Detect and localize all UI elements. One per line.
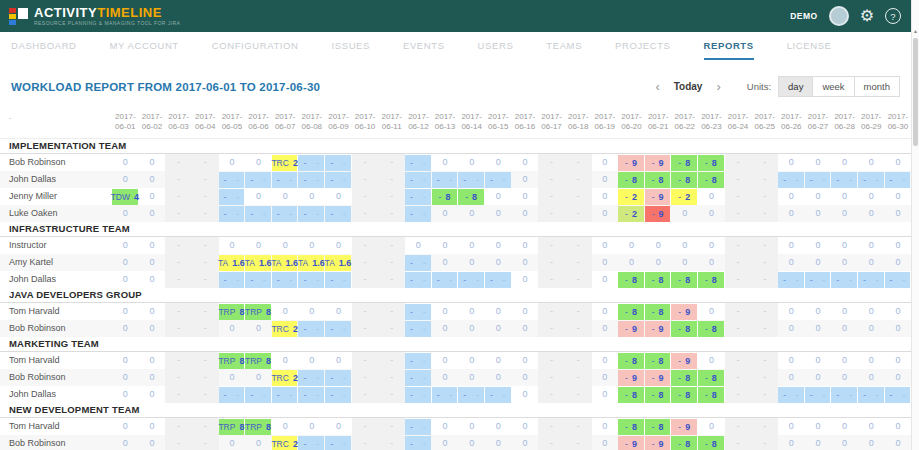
- member-name[interactable]: John Dallas: [9, 274, 56, 284]
- workload-cell[interactable]: 0: [831, 303, 858, 320]
- workload-cell[interactable]: 0: [458, 154, 485, 171]
- workload-cell[interactable]: 0: [858, 188, 885, 205]
- workload-cell[interactable]: --: [325, 369, 352, 386]
- workload-cell[interactable]: 0: [885, 188, 912, 205]
- workload-cell[interactable]: -: [378, 303, 405, 320]
- workload-cell[interactable]: -8: [698, 386, 725, 403]
- workload-cell[interactable]: 0: [698, 237, 725, 254]
- workload-cell[interactable]: --: [245, 271, 272, 288]
- workload-cell[interactable]: --: [858, 171, 885, 188]
- workload-cell[interactable]: -: [165, 369, 192, 386]
- workload-cell[interactable]: 0: [512, 154, 539, 171]
- workload-cell[interactable]: -: [192, 303, 219, 320]
- workload-cell[interactable]: -8: [645, 171, 672, 188]
- workload-cell[interactable]: 0: [432, 254, 459, 271]
- workload-cell[interactable]: 0: [618, 237, 645, 254]
- workload-cell[interactable]: -: [352, 271, 379, 288]
- workload-cell[interactable]: -9: [618, 435, 645, 450]
- workload-cell[interactable]: 0: [592, 271, 619, 288]
- workload-cell[interactable]: TA1.6: [245, 254, 272, 271]
- workload-cell[interactable]: 0: [432, 418, 459, 435]
- workload-cell[interactable]: --: [778, 386, 805, 403]
- app-logo[interactable]: ACTIVITYTIMELINE RESOURCE PLANNING & MAN…: [9, 6, 180, 26]
- workload-cell[interactable]: 0: [458, 303, 485, 320]
- workload-cell[interactable]: 0: [325, 303, 352, 320]
- workload-cell[interactable]: -: [725, 154, 752, 171]
- workload-cell[interactable]: -: [192, 418, 219, 435]
- workload-cell[interactable]: -: [565, 237, 592, 254]
- workload-cell[interactable]: -: [725, 205, 752, 222]
- workload-cell[interactable]: --: [405, 320, 432, 337]
- workload-cell[interactable]: 0: [139, 386, 166, 403]
- workload-cell[interactable]: --: [272, 205, 299, 222]
- unit-button-day[interactable]: day: [778, 76, 813, 97]
- workload-cell[interactable]: TRP8: [219, 418, 246, 435]
- workload-cell[interactable]: 0: [512, 303, 539, 320]
- workload-cell[interactable]: -9: [645, 188, 672, 205]
- workload-cell[interactable]: -: [751, 237, 778, 254]
- member-name[interactable]: Tom Harvald: [9, 306, 60, 316]
- workload-cell[interactable]: 0: [805, 254, 832, 271]
- workload-cell[interactable]: 0: [139, 303, 166, 320]
- workload-cell[interactable]: -: [378, 254, 405, 271]
- workload-cell[interactable]: 0: [245, 154, 272, 171]
- workload-cell[interactable]: 0: [858, 154, 885, 171]
- workload-cell[interactable]: 0: [858, 237, 885, 254]
- workload-cell[interactable]: 0: [805, 154, 832, 171]
- workload-cell[interactable]: 0: [858, 205, 885, 222]
- gear-icon[interactable]: ⚙: [860, 8, 874, 24]
- workload-cell[interactable]: --: [219, 271, 246, 288]
- help-icon[interactable]: ?: [885, 8, 901, 24]
- workload-cell[interactable]: -: [192, 320, 219, 337]
- workload-cell[interactable]: 0: [432, 352, 459, 369]
- workload-cell[interactable]: 0: [778, 320, 805, 337]
- workload-cell[interactable]: --: [485, 271, 512, 288]
- workload-cell[interactable]: --: [405, 352, 432, 369]
- workload-cell[interactable]: -: [192, 369, 219, 386]
- workload-cell[interactable]: 0: [485, 418, 512, 435]
- workload-cell[interactable]: -8: [698, 435, 725, 450]
- workload-cell[interactable]: 0: [245, 237, 272, 254]
- workload-cell[interactable]: 0: [671, 205, 698, 222]
- workload-cell[interactable]: 0: [245, 369, 272, 386]
- workload-cell[interactable]: -: [538, 237, 565, 254]
- workload-cell[interactable]: 0: [805, 205, 832, 222]
- workload-cell[interactable]: -8: [671, 435, 698, 450]
- workload-cell[interactable]: 0: [112, 154, 139, 171]
- workload-cell[interactable]: TRC2: [272, 369, 299, 386]
- workload-cell[interactable]: --: [245, 171, 272, 188]
- workload-cell[interactable]: 0: [778, 435, 805, 450]
- workload-cell[interactable]: -: [565, 320, 592, 337]
- workload-cell[interactable]: -: [192, 237, 219, 254]
- workload-cell[interactable]: --: [831, 386, 858, 403]
- workload-cell[interactable]: 0: [831, 418, 858, 435]
- workload-cell[interactable]: --: [485, 171, 512, 188]
- workload-cell[interactable]: -: [165, 254, 192, 271]
- workload-cell[interactable]: TA1.6: [272, 254, 299, 271]
- workload-cell[interactable]: --: [272, 271, 299, 288]
- workload-cell[interactable]: -: [538, 154, 565, 171]
- workload-cell[interactable]: --: [805, 171, 832, 188]
- workload-cell[interactable]: 0: [485, 352, 512, 369]
- workload-cell[interactable]: 0: [272, 418, 299, 435]
- workload-cell[interactable]: -9: [645, 154, 672, 171]
- workload-cell[interactable]: -: [378, 154, 405, 171]
- workload-cell[interactable]: -: [751, 205, 778, 222]
- workload-cell[interactable]: 0: [512, 205, 539, 222]
- workload-cell[interactable]: -: [751, 303, 778, 320]
- workload-cell[interactable]: 0: [858, 254, 885, 271]
- workload-cell[interactable]: -: [565, 435, 592, 450]
- workload-cell[interactable]: 0: [858, 352, 885, 369]
- workload-cell[interactable]: 0: [298, 237, 325, 254]
- workload-cell[interactable]: -: [352, 369, 379, 386]
- workload-cell[interactable]: 0: [778, 418, 805, 435]
- workload-cell[interactable]: -: [565, 171, 592, 188]
- workload-cell[interactable]: --: [485, 386, 512, 403]
- workload-cell[interactable]: -: [378, 188, 405, 205]
- workload-cell[interactable]: 0: [831, 154, 858, 171]
- workload-cell[interactable]: -8: [698, 171, 725, 188]
- workload-cell[interactable]: 0: [512, 171, 539, 188]
- workload-cell[interactable]: 0: [592, 435, 619, 450]
- workload-cell[interactable]: -: [725, 418, 752, 435]
- workload-cell[interactable]: --: [405, 254, 432, 271]
